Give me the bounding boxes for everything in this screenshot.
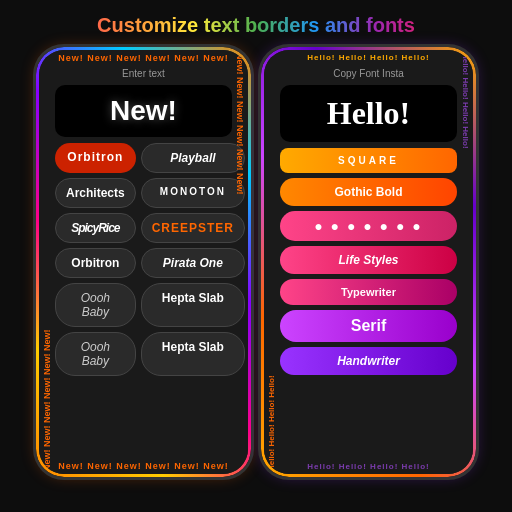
display-text-new: New!: [110, 95, 177, 127]
copy-font-label: Copy Font Insta: [280, 68, 457, 79]
text-display-right: Hello!: [280, 85, 457, 142]
scroll-bottom-left: New! New! New! New! New! New!: [42, 461, 245, 471]
scroll-top-right: Hello! Hello! Hello! Hello!: [267, 53, 470, 62]
scroll-top-left: New! New! New! New! New! New!: [42, 53, 245, 63]
scroll-right-right: Hello! Hello! Hello! Hello!: [461, 53, 470, 471]
font-btn-ooohbaby-1[interactable]: Oooh Baby: [55, 283, 136, 327]
font-btn-typewriter[interactable]: Typewriter: [280, 279, 457, 305]
font-btn-playball[interactable]: Playball: [141, 143, 245, 173]
phone-left: New! New! New! New! New! New! New! New! …: [36, 47, 251, 477]
font-btn-gothic-bold[interactable]: Gothic Bold: [280, 178, 457, 206]
font-btn-heptaslab-2[interactable]: Hepta Slab: [141, 332, 245, 376]
font-btn-spicyrice[interactable]: SpicyRice: [55, 213, 136, 243]
font-grid-left: Orbitron Playball Architects MONOTON Spi…: [55, 143, 232, 376]
font-btn-heptaslab-1[interactable]: Hepta Slab: [141, 283, 245, 327]
text-display-left: New!: [55, 85, 232, 137]
scroll-bottom-right: Hello! Hello! Hello! Hello!: [267, 462, 470, 471]
font-btn-orbitron-bold[interactable]: Orbitron: [55, 248, 136, 278]
enter-text-label: Enter text: [55, 68, 232, 79]
page-title: Customize text borders and fonts: [77, 0, 435, 47]
font-btn-pirata[interactable]: Pirata One: [141, 248, 245, 278]
phone-right: Hello! Hello! Hello! Hello! Hello! Hello…: [261, 47, 476, 477]
font-btn-serif[interactable]: Serif: [280, 310, 457, 342]
font-btn-monoton[interactable]: MONOTON: [141, 178, 245, 208]
display-text-hello: Hello!: [327, 95, 411, 132]
font-btn-square[interactable]: SQUARE: [280, 148, 457, 173]
scroll-left-left: New! New! New! New! New! New!: [42, 53, 52, 471]
phones-container: New! New! New! New! New! New! New! New! …: [24, 47, 488, 512]
font-btn-lifestyles[interactable]: Life Styles: [280, 246, 457, 274]
header: Customize text borders and fonts: [77, 0, 435, 47]
phone-right-content: Copy Font Insta Hello! SQUARE Gothic Bol…: [280, 68, 457, 458]
font-btn-ooohbaby-2[interactable]: Oooh Baby: [55, 332, 136, 376]
font-grid-right: SQUARE Gothic Bold ● ● ● ● ● ● ● Life St…: [280, 148, 457, 375]
font-btn-dots[interactable]: ● ● ● ● ● ● ●: [280, 211, 457, 241]
font-btn-orbitron-red[interactable]: Orbitron: [55, 143, 136, 173]
phone-right-bg: Hello! Hello! Hello! Hello! Hello! Hello…: [264, 50, 473, 474]
scroll-left-right: Hello! Hello! Hello! Hello!: [267, 53, 276, 471]
font-btn-handwriter[interactable]: Handwriter: [280, 347, 457, 375]
phone-left-content: Enter text New! Orbitron Playball Archit…: [55, 68, 232, 458]
phone-left-bg: New! New! New! New! New! New! New! New! …: [39, 50, 248, 474]
font-btn-creepster[interactable]: CREEPSTER: [141, 213, 245, 243]
font-btn-architects[interactable]: Architects: [55, 178, 136, 208]
